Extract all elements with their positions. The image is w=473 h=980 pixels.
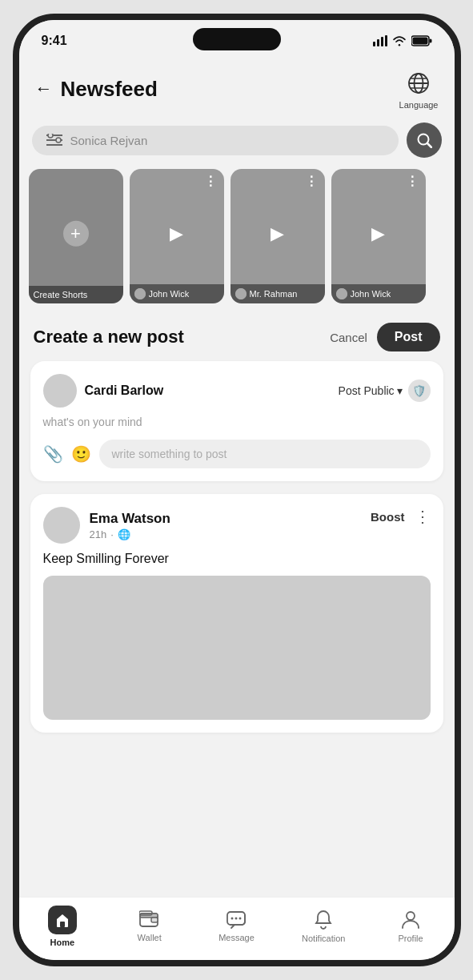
new-post-actions: Cancel Post	[330, 323, 439, 351]
short-card-2[interactable]: ⋮ ▶ Mr. Rahman	[230, 169, 325, 303]
post-user-details: Ema Watson 21h · 🌐	[90, 511, 170, 540]
post-button[interactable]: Post	[377, 323, 440, 351]
status-time: 9:41	[42, 34, 67, 48]
search-input-wrap[interactable]: Sonica Rejvan	[32, 126, 399, 155]
back-button[interactable]: ←	[35, 78, 53, 99]
create-shorts-card[interactable]: + Create Shorts	[29, 169, 123, 303]
dot-separator: ·	[110, 528, 114, 540]
short-label-2: Mr. Rahman	[230, 284, 325, 303]
globe-icon	[403, 68, 434, 98]
nav-item-wallet[interactable]: Wallet	[126, 910, 174, 942]
notification-icon	[314, 910, 333, 930]
play-icon: ▶	[265, 221, 291, 247]
nav-label-message: Message	[218, 933, 255, 942]
add-icon: +	[63, 221, 89, 247]
phone-frame: 9:41	[13, 14, 461, 966]
svg-rect-1	[377, 39, 379, 46]
attachment-icon[interactable]: 📎	[43, 444, 63, 464]
more-options-icon: ⋮	[204, 175, 218, 188]
signal-icon	[373, 35, 387, 46]
bottom-nav: Home Wallet	[19, 897, 455, 960]
wifi-icon	[392, 35, 407, 46]
compose-user-name: Cardi Barlow	[85, 384, 164, 398]
scroll-area[interactable]: ← Newsfeed Language	[19, 55, 455, 897]
user-avatar-dot	[336, 288, 347, 299]
new-post-title: Create a new post	[34, 327, 184, 347]
filter-icon	[46, 134, 62, 147]
user-avatar-dot	[235, 288, 247, 299]
post-text-input[interactable]: write something to post	[99, 440, 431, 468]
boost-button[interactable]: Boost	[371, 510, 405, 524]
compose-prompt: what's on your mind	[43, 416, 431, 428]
nav-item-home[interactable]: Home	[38, 906, 86, 947]
svg-rect-26	[151, 918, 158, 922]
wallet-icon	[139, 910, 160, 930]
profile-icon	[401, 910, 420, 930]
visibility-icon: 🛡️	[408, 380, 431, 402]
search-input[interactable]: Sonica Rejvan	[70, 134, 148, 147]
visibility-label: Post Public ▾	[339, 384, 403, 397]
shorts-row[interactable]: + Create Shorts ⋮ ▶ John Wick ⋮ ▶	[19, 169, 455, 303]
battery-icon	[411, 35, 432, 46]
compose-card: Cardi Barlow Post Public ▾ 🛡️ what's on …	[30, 361, 443, 481]
svg-point-20	[235, 288, 247, 299]
svg-rect-5	[429, 39, 431, 43]
nav-label-notification: Notification	[302, 934, 345, 943]
new-post-header: Create a new post Cancel Post	[19, 316, 455, 361]
globe-icon: 🌐	[118, 528, 130, 540]
post-user-name: Ema Watson	[90, 511, 170, 527]
language-label: Language	[399, 100, 439, 110]
svg-point-16	[56, 138, 61, 143]
message-icon	[226, 910, 247, 930]
compose-top: Cardi Barlow Post Public ▾ 🛡️	[43, 374, 431, 408]
post-header: Ema Watson 21h · 🌐 Boost ⋮	[43, 507, 431, 544]
status-icons	[373, 35, 432, 46]
svg-rect-22	[60, 922, 65, 927]
header-left: ← Newsfeed	[35, 77, 158, 102]
more-options-button[interactable]: ⋮	[415, 507, 431, 526]
play-icon: ▶	[164, 221, 190, 247]
user-avatar-dot	[134, 288, 146, 299]
avatar	[43, 374, 77, 408]
language-button[interactable]: Language	[399, 68, 439, 110]
post-user-info: Ema Watson 21h · 🌐	[43, 507, 170, 544]
svg-point-31	[407, 912, 415, 920]
more-options-icon: ⋮	[406, 175, 419, 188]
short-card-1[interactable]: ⋮ ▶ John Wick	[130, 169, 224, 303]
svg-line-18	[427, 143, 431, 147]
svg-rect-2	[381, 37, 383, 46]
avatar	[43, 507, 80, 544]
feed-post: Ema Watson 21h · 🌐 Boost ⋮ Keep Smilling…	[30, 494, 443, 733]
svg-rect-3	[385, 35, 387, 46]
svg-point-15	[48, 134, 53, 138]
svg-point-28	[231, 918, 234, 920]
short-label-3: John Wick	[331, 284, 426, 303]
svg-point-19	[134, 288, 146, 299]
cancel-button[interactable]: Cancel	[330, 331, 367, 344]
svg-rect-0	[373, 42, 375, 46]
nav-item-notification[interactable]: Notification	[299, 910, 347, 943]
post-caption: Keep Smilling Forever	[43, 552, 431, 566]
nav-label-home: Home	[50, 938, 75, 947]
post-meta: 21h · 🌐	[90, 528, 170, 540]
search-button[interactable]	[407, 122, 442, 158]
short-label-1: John Wick	[130, 284, 224, 303]
search-bar: Sonica Rejvan	[32, 122, 442, 158]
nav-item-message[interactable]: Message	[212, 910, 260, 942]
post-actions: Boost ⋮	[371, 507, 431, 526]
dynamic-island	[193, 28, 281, 50]
page-title: Newsfeed	[61, 77, 158, 102]
more-options-icon: ⋮	[305, 175, 319, 188]
page-header: ← Newsfeed Language	[19, 55, 455, 118]
post-image	[43, 576, 431, 720]
svg-point-30	[239, 918, 242, 920]
home-icon	[48, 906, 77, 934]
svg-rect-6	[412, 38, 427, 45]
short-card-3[interactable]: ⋮ ▶ John Wick	[331, 169, 426, 303]
create-shorts-label: Create Shorts	[29, 286, 123, 303]
nav-label-profile: Profile	[398, 934, 423, 943]
nav-item-profile[interactable]: Profile	[387, 910, 435, 943]
svg-point-21	[336, 288, 347, 299]
emoji-icon[interactable]: 🙂	[71, 444, 91, 464]
visibility-selector[interactable]: Post Public ▾ 🛡️	[339, 380, 431, 402]
